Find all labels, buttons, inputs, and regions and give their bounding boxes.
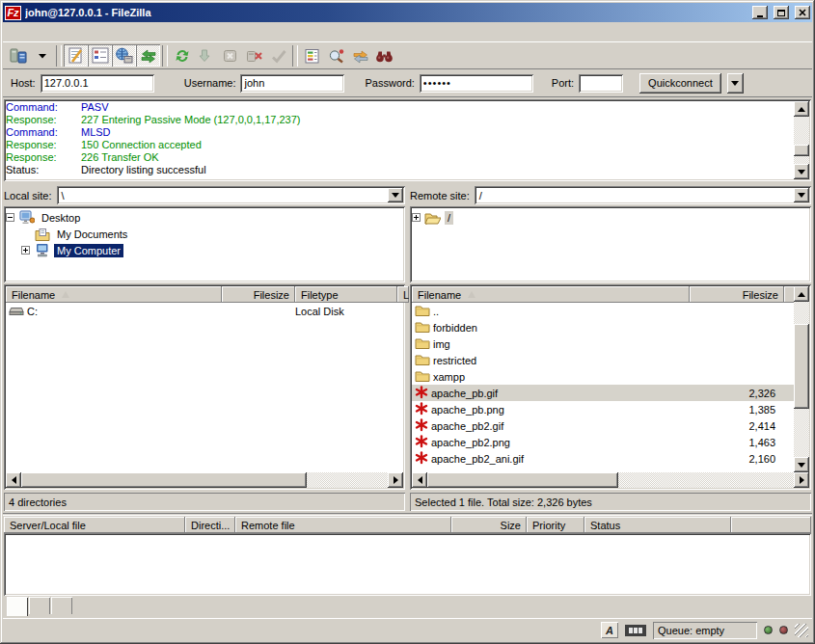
remote-vertical-scrollbar[interactable] [794,286,809,472]
menu-item[interactable] [21,30,37,34]
refresh-button[interactable] [170,44,194,67]
toggle-remote-tree-button[interactable] [112,44,136,67]
dropdown-arrow-button[interactable] [30,44,54,67]
tree-item[interactable]: My Documents [21,226,403,242]
remote-file-row[interactable]: img [412,335,794,352]
tree-item[interactable]: My Computer [21,242,403,258]
queue-tab[interactable] [29,597,50,614]
documents-folder-icon [34,228,50,241]
menu-item[interactable] [83,30,98,34]
local-file-row[interactable]: C: Local Disk [6,303,403,319]
local-horizontal-scrollbar[interactable] [6,472,403,488]
message-log: Command: PASV Response: 227 Entering Pas… [4,99,811,181]
tree-item[interactable]: / [412,209,809,226]
column-header-last-modified[interactable]: L [397,286,409,303]
column-header-status[interactable]: Status [584,517,731,533]
scroll-thumb[interactable] [21,472,307,488]
local-site-combo[interactable]: \ [57,186,405,204]
remote-site-combo[interactable]: / [475,186,811,204]
close-button[interactable] [795,6,810,19]
folder-icon [415,320,430,335]
remote-file-row[interactable]: apache_pb2.gif 2,414 [412,417,794,434]
remote-file-row[interactable]: apache_pb.gif 2,326 [412,385,794,401]
toggle-queue-button[interactable] [136,44,160,67]
queue-tab[interactable] [51,597,72,614]
tree-expander[interactable] [6,213,14,222]
scroll-up-button[interactable] [794,286,809,302]
scroll-thumb[interactable] [427,472,618,488]
scroll-thumb[interactable] [794,145,809,156]
image-file-icon [415,386,428,401]
scroll-down-button[interactable] [794,164,809,179]
queue-splitter[interactable] [3,513,812,516]
quickconnect-dropdown-button[interactable] [727,73,744,94]
column-header-direction[interactable]: Directi... [185,517,235,533]
tree-expander[interactable] [21,246,30,255]
scroll-left-button[interactable] [412,472,427,488]
sync-browsing-button[interactable] [348,44,372,67]
remote-file-row[interactable]: restricted [412,352,794,368]
remote-file-row[interactable]: apache_pb2.png 1,463 [412,434,794,450]
queue-status-text: Queue: empty [658,625,724,636]
remote-file-row[interactable]: apache_pb.png 1,385 [412,401,794,417]
filezilla-window: Fz john@127.0.0.1 - FileZilla Host: User… [0,0,815,644]
resize-grip[interactable] [795,624,808,637]
maximize-button[interactable] [774,6,789,19]
menu-item[interactable] [6,30,21,34]
column-header-server-local-file[interactable]: Server/Local file [4,517,185,533]
queue-tab[interactable] [7,597,28,616]
menu-item[interactable] [52,30,68,34]
column-header-filename[interactable]: Filename [6,286,222,303]
column-header-size[interactable]: Size [451,517,527,533]
scroll-down-button[interactable] [794,457,809,472]
menu-item[interactable] [98,30,114,34]
cancel-button[interactable] [218,44,242,67]
remote-file-row[interactable]: .. [412,303,794,319]
compare-button[interactable] [324,44,348,67]
site-manager-button[interactable] [6,44,30,67]
remote-file-row[interactable]: forbidden [412,319,794,335]
remote-horizontal-scrollbar[interactable] [412,472,809,488]
scroll-left-button[interactable] [6,472,21,488]
menu-item[interactable] [68,30,83,34]
toggle-local-tree-button[interactable] [88,44,112,67]
log-line-label: Response: [6,139,81,151]
process-queue-button[interactable] [194,44,218,67]
filter-button[interactable] [300,44,324,67]
refresh-icon [174,48,191,64]
search-button[interactable] [372,44,396,67]
log-scrollbar[interactable] [794,101,809,179]
toggle-message-log-button[interactable] [64,44,88,67]
quickconnect-button[interactable]: Quickconnect [639,73,721,94]
scroll-up-button[interactable] [794,101,809,117]
password-input[interactable] [420,74,533,93]
remote-site-row: Remote site: / [410,185,811,205]
remote-site-dropdown-button[interactable] [794,188,809,202]
username-input[interactable] [240,74,344,93]
tree-expander[interactable] [412,213,421,222]
remote-file-row[interactable]: apache_pb2_ani.gif 2,160 [412,450,794,467]
port-input[interactable] [579,74,623,93]
menu-item[interactable] [37,30,52,34]
remote-file-row[interactable]: xampp [412,368,794,385]
disconnect-button[interactable] [242,44,266,67]
column-header-priority[interactable]: Priority [527,517,584,533]
scroll-right-button[interactable] [794,472,809,488]
reconnect-button[interactable] [266,44,290,67]
local-status-bar: 4 directories [4,493,405,511]
tree-item[interactable]: Desktop [6,209,403,226]
remote-site-label: Remote site: [410,190,470,201]
column-header-filesize[interactable]: Filesize [222,286,295,303]
scroll-thumb[interactable] [794,324,809,410]
column-header-filesize[interactable]: Filesize [690,286,784,303]
column-header-remote-file[interactable]: Remote file [235,517,451,533]
column-header-filename[interactable]: Filename [412,286,690,303]
scroll-right-button[interactable] [388,472,403,488]
column-header-filetype[interactable]: Filetype [295,286,397,303]
log-line-label: Command: [6,126,81,139]
host-input[interactable] [41,74,154,93]
dropdown-arrow-icon [39,53,46,59]
title-bar[interactable]: Fz john@127.0.0.1 - FileZilla [3,3,812,22]
minimize-button[interactable] [752,6,768,19]
local-site-dropdown-button[interactable] [388,188,403,202]
